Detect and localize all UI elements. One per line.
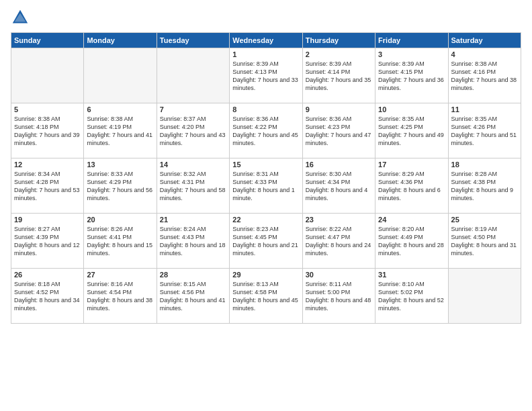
day-number: 5 [14,105,81,113]
cell-content: Sunrise: 8:18 AM Sunset: 4:52 PM Dayligh… [14,280,81,313]
cell-content: Sunrise: 8:23 AM Sunset: 4:45 PM Dayligh… [232,225,299,258]
calendar-cell: 6Sunrise: 8:38 AM Sunset: 4:19 PM Daylig… [84,103,157,158]
calendar-cell [157,48,229,103]
calendar-cell: 28Sunrise: 8:15 AM Sunset: 4:56 PM Dayli… [157,269,229,324]
calendar-cell: 18Sunrise: 8:28 AM Sunset: 4:38 PM Dayli… [448,158,521,214]
day-number: 25 [451,216,518,224]
day-header-saturday: Saturday [448,33,521,48]
cell-content: Sunrise: 8:26 AM Sunset: 4:41 PM Dayligh… [87,225,153,258]
calendar-cell: 3Sunrise: 8:39 AM Sunset: 4:15 PM Daylig… [375,48,448,103]
calendar-cell: 14Sunrise: 8:32 AM Sunset: 4:31 PM Dayli… [157,158,229,214]
day-number: 2 [306,50,372,58]
week-row-4: 26Sunrise: 8:18 AM Sunset: 4:52 PM Dayli… [11,269,521,324]
day-header-friday: Friday [375,33,448,48]
calendar-cell: 2Sunrise: 8:39 AM Sunset: 4:14 PM Daylig… [302,48,375,103]
cell-content: Sunrise: 8:34 AM Sunset: 4:28 PM Dayligh… [14,170,81,203]
day-number: 8 [232,105,299,113]
logo-icon [11,8,30,27]
day-number: 4 [451,50,518,58]
cell-content: Sunrise: 8:22 AM Sunset: 4:47 PM Dayligh… [306,225,372,258]
cell-content: Sunrise: 8:27 AM Sunset: 4:39 PM Dayligh… [14,225,81,258]
cell-content: Sunrise: 8:30 AM Sunset: 4:34 PM Dayligh… [306,170,372,203]
day-number: 15 [232,161,299,169]
day-header-monday: Monday [84,33,157,48]
week-row-2: 12Sunrise: 8:34 AM Sunset: 4:28 PM Dayli… [11,158,521,214]
day-header-thursday: Thursday [302,33,375,48]
calendar-cell: 21Sunrise: 8:24 AM Sunset: 4:43 PM Dayli… [157,214,229,269]
cell-content: Sunrise: 8:15 AM Sunset: 4:56 PM Dayligh… [160,280,226,313]
logo [11,8,32,27]
cell-content: Sunrise: 8:33 AM Sunset: 4:29 PM Dayligh… [87,170,153,203]
cell-content: Sunrise: 8:20 AM Sunset: 4:49 PM Dayligh… [378,225,445,258]
day-number: 16 [306,161,372,169]
calendar-header-row: SundayMondayTuesdayWednesdayThursdayFrid… [11,33,521,48]
header [11,8,521,27]
calendar-cell: 23Sunrise: 8:22 AM Sunset: 4:47 PM Dayli… [302,214,375,269]
day-number: 12 [14,161,81,169]
calendar-cell: 17Sunrise: 8:29 AM Sunset: 4:36 PM Dayli… [375,158,448,214]
calendar-cell: 12Sunrise: 8:34 AM Sunset: 4:28 PM Dayli… [11,158,84,214]
calendar-cell: 29Sunrise: 8:13 AM Sunset: 4:58 PM Dayli… [230,269,302,324]
day-number: 30 [306,271,372,279]
calendar-cell: 5Sunrise: 8:38 AM Sunset: 4:18 PM Daylig… [11,103,84,158]
day-header-tuesday: Tuesday [157,33,229,48]
calendar-cell: 22Sunrise: 8:23 AM Sunset: 4:45 PM Dayli… [230,214,302,269]
calendar-cell: 25Sunrise: 8:19 AM Sunset: 4:50 PM Dayli… [448,214,521,269]
week-row-3: 19Sunrise: 8:27 AM Sunset: 4:39 PM Dayli… [11,214,521,269]
day-number: 7 [160,105,226,113]
cell-content: Sunrise: 8:38 AM Sunset: 4:16 PM Dayligh… [451,60,518,93]
cell-content: Sunrise: 8:29 AM Sunset: 4:36 PM Dayligh… [378,170,445,203]
day-number: 3 [378,50,445,58]
calendar-cell: 1Sunrise: 8:39 AM Sunset: 4:13 PM Daylig… [230,48,302,103]
calendar-cell: 20Sunrise: 8:26 AM Sunset: 4:41 PM Dayli… [84,214,157,269]
calendar-cell: 19Sunrise: 8:27 AM Sunset: 4:39 PM Dayli… [11,214,84,269]
day-number: 11 [451,105,518,113]
day-number: 17 [378,161,445,169]
cell-content: Sunrise: 8:36 AM Sunset: 4:22 PM Dayligh… [232,115,299,148]
cell-content: Sunrise: 8:35 AM Sunset: 4:25 PM Dayligh… [378,115,445,148]
calendar-cell: 30Sunrise: 8:11 AM Sunset: 5:00 PM Dayli… [302,269,375,324]
cell-content: Sunrise: 8:35 AM Sunset: 4:26 PM Dayligh… [451,115,518,148]
calendar-cell: 13Sunrise: 8:33 AM Sunset: 4:29 PM Dayli… [84,158,157,214]
page: SundayMondayTuesdayWednesdayThursdayFrid… [0,0,532,411]
cell-content: Sunrise: 8:38 AM Sunset: 4:19 PM Dayligh… [87,115,153,148]
cell-content: Sunrise: 8:36 AM Sunset: 4:23 PM Dayligh… [306,115,372,148]
cell-content: Sunrise: 8:16 AM Sunset: 4:54 PM Dayligh… [87,280,153,313]
day-number: 14 [160,161,226,169]
day-number: 20 [87,216,153,224]
day-header-wednesday: Wednesday [230,33,302,48]
calendar-cell: 24Sunrise: 8:20 AM Sunset: 4:49 PM Dayli… [375,214,448,269]
calendar-cell: 11Sunrise: 8:35 AM Sunset: 4:26 PM Dayli… [448,103,521,158]
day-number: 1 [232,50,299,58]
calendar-cell: 15Sunrise: 8:31 AM Sunset: 4:33 PM Dayli… [230,158,302,214]
week-row-0: 1Sunrise: 8:39 AM Sunset: 4:13 PM Daylig… [11,48,521,103]
cell-content: Sunrise: 8:28 AM Sunset: 4:38 PM Dayligh… [451,170,518,203]
day-number: 18 [451,161,518,169]
day-number: 19 [14,216,81,224]
cell-content: Sunrise: 8:39 AM Sunset: 4:15 PM Dayligh… [378,60,445,93]
cell-content: Sunrise: 8:11 AM Sunset: 5:00 PM Dayligh… [306,280,372,313]
day-number: 10 [378,105,445,113]
week-row-1: 5Sunrise: 8:38 AM Sunset: 4:18 PM Daylig… [11,103,521,158]
calendar-cell: 7Sunrise: 8:37 AM Sunset: 4:20 PM Daylig… [157,103,229,158]
day-number: 6 [87,105,153,113]
cell-content: Sunrise: 8:38 AM Sunset: 4:18 PM Dayligh… [14,115,81,148]
day-number: 21 [160,216,226,224]
day-header-sunday: Sunday [11,33,84,48]
cell-content: Sunrise: 8:31 AM Sunset: 4:33 PM Dayligh… [232,170,299,203]
day-number: 13 [87,161,153,169]
calendar-cell [84,48,157,103]
cell-content: Sunrise: 8:39 AM Sunset: 4:13 PM Dayligh… [232,60,299,93]
day-number: 29 [232,271,299,279]
cell-content: Sunrise: 8:10 AM Sunset: 5:02 PM Dayligh… [378,280,445,313]
day-number: 24 [378,216,445,224]
calendar-cell [11,48,84,103]
cell-content: Sunrise: 8:24 AM Sunset: 4:43 PM Dayligh… [160,225,226,258]
calendar-cell: 4Sunrise: 8:38 AM Sunset: 4:16 PM Daylig… [448,48,521,103]
day-number: 27 [87,271,153,279]
calendar-cell: 8Sunrise: 8:36 AM Sunset: 4:22 PM Daylig… [230,103,302,158]
calendar-cell: 27Sunrise: 8:16 AM Sunset: 4:54 PM Dayli… [84,269,157,324]
cell-content: Sunrise: 8:37 AM Sunset: 4:20 PM Dayligh… [160,115,226,148]
calendar-cell [448,269,521,324]
cell-content: Sunrise: 8:32 AM Sunset: 4:31 PM Dayligh… [160,170,226,203]
